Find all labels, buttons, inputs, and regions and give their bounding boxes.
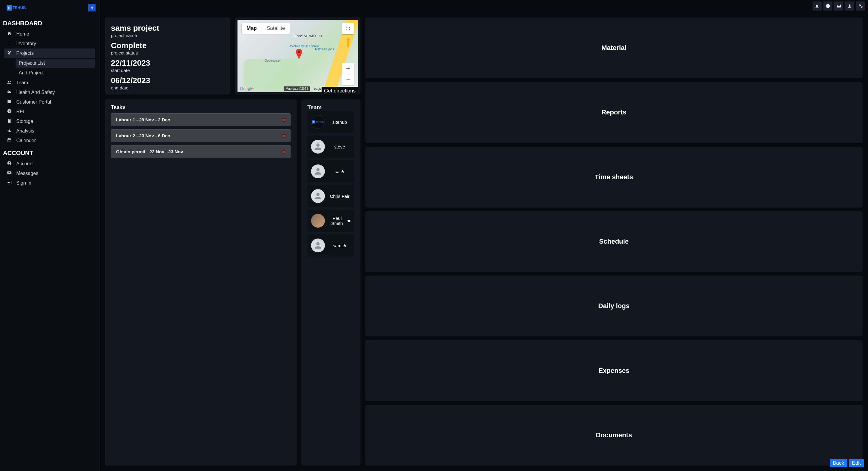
project-start-label: start date (111, 68, 224, 73)
svg-point-0 (347, 38, 350, 41)
team-member[interactable]: Chris Fair (307, 185, 354, 207)
map-place-label: FENNY STRATFORD (293, 34, 322, 38)
google-logo: Google (240, 86, 253, 91)
sidebar: S TEHUB DASHBOARD Home Inventory Project… (0, 0, 99, 471)
brand-logo[interactable]: S TEHUB (7, 5, 26, 10)
team-member-name: steve (329, 144, 351, 149)
svg-rect-2 (347, 45, 348, 47)
sidebar-item-health-safety[interactable]: Health And Safety (4, 88, 95, 97)
sidebar-section-dashboard: DASHBOARD (0, 16, 99, 29)
bell-icon (815, 4, 819, 8)
task-label: Obtain permit - 22 Nov - 23 Nov (116, 149, 183, 154)
task-item[interactable]: Obtain permit - 22 Nov - 23 Nov (111, 145, 290, 158)
task-status-indicator (282, 150, 285, 154)
sidebar-item-customer-portal[interactable]: Customer Portal (4, 97, 95, 107)
map-canvas[interactable]: FENNY STRATFORD Milton Keynes Dobbies Ga… (238, 20, 358, 92)
map-zoom-out[interactable]: − (342, 74, 354, 85)
sidebar-item-rfi[interactable]: RFI (4, 107, 95, 116)
sidebar-item-sign-in[interactable]: Sign In (4, 178, 95, 188)
team-heading: Team (307, 104, 354, 111)
map-zoom-in[interactable]: + (342, 63, 354, 74)
gears-icon (858, 4, 863, 8)
sidebar-item-account[interactable]: Account (4, 159, 95, 169)
task-label: Labour 1 - 29 Nov - 2 Dec (116, 117, 170, 122)
team-member-name: sam★ (329, 243, 351, 248)
quick-link-tile[interactable]: Reports (365, 82, 863, 143)
map-place-label: Queensway (265, 59, 281, 62)
settings-button[interactable] (856, 1, 865, 10)
project-status-value: Complete (111, 41, 224, 50)
map-place-label: Dobbies Garden Centre (290, 44, 319, 47)
quick-link-tile[interactable]: Time sheets (365, 147, 863, 207)
pegman-icon (344, 38, 352, 47)
ambulance-icon (7, 90, 12, 96)
team-member[interactable]: sam★ (307, 234, 354, 257)
mail-button[interactable] (834, 1, 843, 10)
map-pin[interactable] (296, 49, 303, 60)
user-circle-icon (7, 161, 12, 167)
chart-icon (7, 128, 12, 134)
tasks-card: Tasks Labour 1 - 29 Nov - 2 DecLabour 2 … (105, 99, 297, 466)
project-details-card: sams project project name Complete proje… (105, 18, 230, 95)
team-member[interactable]: Paul Smith★ (307, 210, 354, 232)
quick-link-tile[interactable]: Schedule (365, 211, 863, 272)
tasks-heading: Tasks (111, 104, 290, 110)
map-pegman[interactable] (342, 37, 354, 48)
team-card: Team STEHUBsitehubstevesa★Chris FairPaul… (301, 99, 361, 466)
footer-actions: Back Edit (830, 459, 864, 467)
star-icon: ★ (347, 218, 351, 224)
sidebar-item-analysis[interactable]: Analysis (4, 126, 95, 136)
sidebar-item-label: Analysis (16, 128, 34, 134)
task-item[interactable]: Labour 2 - 23 Nov - 6 Dec (111, 129, 290, 142)
quick-link-tile[interactable]: Daily logs (365, 275, 863, 336)
team-member-name: Chris Fair (329, 194, 351, 199)
sidebar-item-label: Messages (16, 171, 38, 176)
sidebar-item-team[interactable]: Team (4, 78, 95, 88)
fullscreen-icon (346, 26, 350, 31)
team-member[interactable]: STEHUBsitehub (307, 111, 354, 133)
task-item[interactable]: Labour 1 - 29 Nov - 2 Dec (111, 113, 290, 126)
file-icon (7, 119, 12, 124)
star-icon: ★ (341, 169, 344, 174)
quick-link-tile[interactable]: Material (365, 18, 863, 78)
notifications-button[interactable] (812, 1, 822, 10)
quick-link-tile[interactable]: Expenses (365, 340, 863, 401)
team-member[interactable]: steve (307, 136, 354, 158)
task-label: Labour 2 - 23 Nov - 6 Dec (116, 133, 170, 138)
quick-link-tile[interactable]: Documents (365, 405, 863, 466)
pin-icon (296, 49, 303, 59)
avatar (311, 214, 325, 228)
sidebar-item-storage[interactable]: Storage (4, 116, 95, 126)
sign-in-icon (7, 180, 12, 186)
sidebar-item-inventory[interactable]: Inventory (4, 39, 95, 48)
svg-rect-3 (348, 45, 349, 47)
sidebar-item-label: Health And Safety (16, 90, 55, 95)
sidebar-item-home[interactable]: Home (4, 29, 95, 39)
sidebar-item-calendar[interactable]: Calender (4, 136, 95, 145)
star-icon: ★ (343, 243, 347, 248)
map-type-satellite[interactable]: Satellite (261, 23, 290, 34)
user-icon (847, 4, 852, 8)
task-status-indicator (282, 118, 285, 122)
map-fullscreen-button[interactable] (342, 23, 354, 34)
sidebar-item-label: Projects (16, 51, 34, 56)
back-button[interactable]: Back (830, 459, 847, 467)
sidebar-item-label: Account (16, 161, 34, 167)
envelope-icon (836, 4, 841, 8)
get-directions-button[interactable]: Get directions (321, 87, 358, 95)
sidebar-collapse-button[interactable] (88, 4, 96, 11)
map-type-map[interactable]: Map (242, 23, 261, 34)
clock-button[interactable] (824, 1, 832, 10)
sidebar-item-messages[interactable]: Messages (4, 169, 95, 178)
team-member[interactable]: sa★ (307, 160, 354, 182)
sidebar-item-label: Storage (16, 119, 33, 124)
sidebar-subitem-projects-list[interactable]: Projects List (16, 59, 95, 68)
sidebar-item-projects[interactable]: Projects (4, 48, 95, 58)
sidebar-item-label: Calender (16, 138, 36, 143)
project-start-value: 22/11/2023 (111, 59, 224, 68)
edit-button[interactable]: Edit (849, 459, 864, 467)
avatar (311, 140, 325, 154)
profile-button[interactable] (845, 1, 854, 10)
sidebar-subitem-add-project[interactable]: Add Project (16, 68, 95, 77)
project-name-label: project name (111, 33, 224, 38)
